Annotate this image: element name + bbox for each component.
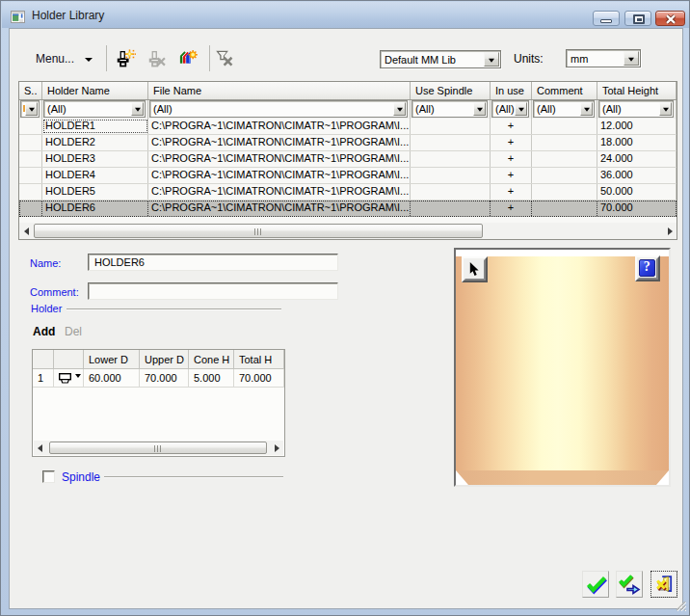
column-header-use-spindle[interactable]: Use Spindle bbox=[411, 82, 491, 99]
table-filter-row: (All)(All)(All)(All)(All)(All) bbox=[19, 100, 677, 119]
cell-in_use: + bbox=[491, 168, 532, 183]
filter-combo-arrow[interactable] bbox=[131, 102, 144, 116]
table-header-row: S..Holder NameFile NameUse SpindleIn use… bbox=[19, 82, 677, 100]
cell-in_use: + bbox=[491, 201, 532, 216]
holder-row-holder3[interactable]: HOLDER3C:\PROGRA~1\CIMATRON\CIMATR~1\PRO… bbox=[19, 151, 677, 168]
filter-combo-6[interactable]: (All) bbox=[598, 100, 674, 118]
cell-text: 36.000 bbox=[600, 169, 633, 180]
holder-row-holder6[interactable]: HOLDER6C:\PROGRA~1\CIMATRON\CIMATR~1\PRO… bbox=[19, 201, 677, 217]
help-button[interactable]: ? bbox=[635, 255, 660, 281]
name-input-value: HOLDER6 bbox=[94, 256, 145, 268]
filter-combo-0[interactable] bbox=[20, 100, 40, 118]
comment-input[interactable] bbox=[88, 282, 338, 300]
holder-row-holder2[interactable]: HOLDER2C:\PROGRA~1\CIMATRON\CIMATR~1\PRO… bbox=[19, 135, 677, 151]
scroll-right-button[interactable] bbox=[662, 223, 677, 239]
exit-button[interactable] bbox=[650, 571, 677, 598]
spindle-group-line bbox=[104, 476, 283, 477]
segments-column-header: Upper D bbox=[140, 350, 189, 369]
scroll-left-button[interactable] bbox=[19, 223, 34, 239]
cell-use_spindle bbox=[411, 151, 491, 167]
preview-panel[interactable]: ? bbox=[454, 248, 671, 487]
units-combo[interactable]: mm bbox=[566, 49, 641, 67]
segment-cell-text: 5.000 bbox=[194, 372, 221, 384]
filter-cell: (All) bbox=[42, 100, 148, 119]
units-combo-arrow[interactable] bbox=[624, 51, 639, 66]
scroll-left-icon bbox=[24, 228, 29, 235]
maximize-button[interactable] bbox=[624, 11, 651, 26]
holder-row-holder1[interactable]: HOLDER1C:\PROGRA~1\CIMATRON\CIMATR~1\PRO… bbox=[19, 119, 677, 135]
scroll-thumb[interactable] bbox=[49, 442, 267, 454]
column-header-file-name[interactable]: File Name bbox=[148, 82, 411, 99]
filter-combo-arrow[interactable] bbox=[515, 102, 527, 116]
filter-combo-value: (All) bbox=[47, 103, 66, 115]
filter-combo-4[interactable]: (All) bbox=[491, 100, 529, 118]
holder-row-holder4[interactable]: HOLDER4C:\PROGRA~1\CIMATRON\CIMATR~1\PRO… bbox=[19, 168, 677, 184]
table-hscrollbar[interactable] bbox=[19, 223, 677, 239]
segment-type-caret-icon[interactable] bbox=[75, 374, 81, 378]
cell-name: HOLDER3 bbox=[42, 151, 148, 167]
title-bar[interactable]: Holder Library bbox=[2, 2, 690, 28]
delete-holder-button[interactable] bbox=[146, 47, 170, 70]
cell-status bbox=[19, 151, 42, 167]
select-cursor-button[interactable] bbox=[462, 256, 488, 282]
filter-combo-5[interactable]: (All) bbox=[533, 100, 595, 118]
holder-library-window: Holder Library Menu... bbox=[0, 0, 690, 616]
close-button[interactable] bbox=[655, 11, 685, 26]
cell-comment bbox=[532, 168, 597, 183]
cell-file: C:\PROGRA~1\CIMATRON\CIMATR~1\PROGRAM\I.… bbox=[148, 135, 411, 150]
menu-button[interactable]: Menu... bbox=[30, 49, 99, 68]
filter-combo-3[interactable]: (All) bbox=[411, 100, 488, 118]
scroll-thumb[interactable] bbox=[34, 224, 483, 238]
cell-total_height: 36.000 bbox=[597, 168, 677, 183]
del-button[interactable]: Del bbox=[65, 325, 82, 338]
cell-text: 70.000 bbox=[600, 201, 633, 213]
cell-name: HOLDER5 bbox=[42, 184, 148, 200]
new-holder-button[interactable] bbox=[115, 47, 138, 70]
clear-filter-icon bbox=[216, 49, 236, 69]
cell-file: C:\PROGRA~1\CIMATRON\CIMATR~1\PROGRAM\I.… bbox=[148, 184, 411, 200]
minimize-button[interactable] bbox=[593, 11, 620, 26]
segment-cell-num: 1 bbox=[33, 369, 54, 388]
segments-data-row[interactable]: 160.00070.0005.00070.000 bbox=[33, 369, 284, 388]
column-header-total-height[interactable]: Total Height bbox=[597, 82, 677, 99]
new-library-button[interactable] bbox=[178, 47, 201, 70]
library-combo-arrow[interactable] bbox=[484, 52, 499, 67]
add-button[interactable]: Add bbox=[33, 325, 55, 338]
library-combo[interactable]: Default MM Lib bbox=[380, 50, 501, 68]
app-icon bbox=[11, 11, 25, 23]
resize-grip-icon[interactable] bbox=[675, 600, 686, 611]
filter-combo-2[interactable]: (All) bbox=[149, 100, 408, 118]
segments-hscrollbar[interactable] bbox=[34, 441, 283, 455]
scroll-right-button[interactable] bbox=[270, 441, 283, 455]
holder-cylinder-body bbox=[456, 256, 669, 470]
scroll-left-button[interactable] bbox=[34, 441, 47, 455]
cell-text: + bbox=[508, 136, 514, 147]
cell-use_spindle bbox=[411, 168, 491, 183]
spindle-checkbox[interactable] bbox=[42, 470, 55, 483]
holder-group-line bbox=[66, 308, 281, 309]
scroll-right-icon bbox=[275, 444, 279, 452]
cell-text: HOLDER3 bbox=[45, 152, 95, 164]
filter-combo-arrow[interactable] bbox=[659, 102, 672, 116]
column-header-s-[interactable]: S.. bbox=[19, 82, 42, 99]
apply-button[interactable] bbox=[616, 571, 643, 598]
maximize-icon bbox=[633, 14, 645, 24]
column-header-label: Holder Name bbox=[47, 85, 110, 96]
filter-combo-arrow[interactable] bbox=[25, 102, 38, 116]
units-label: Units: bbox=[514, 52, 544, 66]
holder-table: S..Holder NameFile NameUse SpindleIn use… bbox=[18, 81, 677, 240]
name-input[interactable]: HOLDER6 bbox=[88, 254, 338, 271]
filter-combo-arrow[interactable] bbox=[393, 102, 406, 116]
holder-row-holder5[interactable]: HOLDER5C:\PROGRA~1\CIMATRON\CIMATR~1\PRO… bbox=[19, 184, 677, 201]
cell-text: HOLDER6 bbox=[45, 201, 95, 213]
ok-button[interactable] bbox=[582, 571, 609, 598]
column-header-comment[interactable]: Comment bbox=[532, 82, 597, 99]
filter-combo-arrow[interactable] bbox=[473, 102, 486, 116]
column-header-holder-name[interactable]: Holder Name bbox=[42, 82, 148, 99]
cell-use_spindle bbox=[411, 184, 491, 200]
column-header-in-use[interactable]: In use bbox=[491, 82, 532, 99]
filter-combo-arrow[interactable] bbox=[580, 102, 593, 116]
filter-combo-1[interactable]: (All) bbox=[43, 100, 146, 118]
clear-filter-button[interactable] bbox=[215, 47, 238, 70]
segment-cell-type[interactable] bbox=[54, 369, 84, 388]
